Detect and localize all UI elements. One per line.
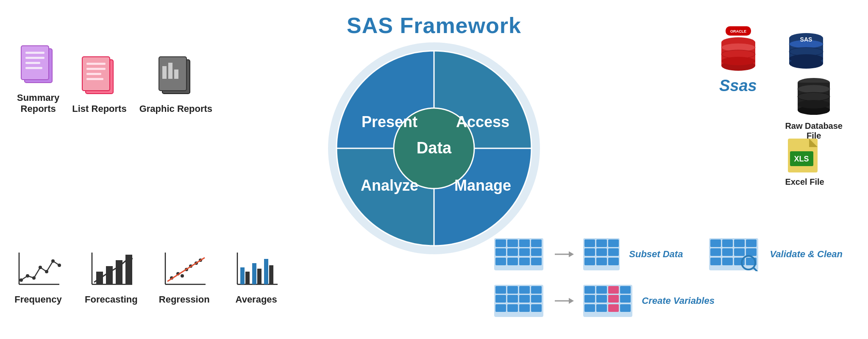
svg-rect-121 [584, 248, 595, 256]
svg-rect-54 [125, 255, 132, 284]
svg-rect-29 [86, 78, 103, 80]
svg-rect-118 [584, 239, 595, 247]
datasource-row-2: Ssas Raw DatabaseFile [717, 72, 843, 141]
subset-dest-grid-icon [582, 237, 620, 271]
subset-data-row: Subset Data Validate & Clean [493, 237, 843, 271]
svg-rect-109 [519, 248, 530, 256]
svg-text:SAS: SAS [800, 36, 812, 43]
sas-logo-datasource: Ssas [717, 72, 760, 97]
svg-rect-18 [25, 57, 45, 59]
svg-rect-120 [608, 239, 619, 247]
graphic-reports-item: Graphic Reports [139, 53, 212, 114]
svg-marker-156 [569, 298, 574, 304]
validate-grid-icon [708, 237, 759, 271]
left-reports-section: SummaryReports List Reports [17, 42, 212, 114]
svg-rect-20 [25, 67, 42, 69]
svg-point-61 [181, 274, 184, 278]
graphic-report-icon [155, 53, 197, 100]
frequency-icon [13, 248, 64, 291]
sas-icon: SAS [785, 25, 827, 72]
create-variables-label: Create Variables [642, 295, 715, 306]
svg-rect-166 [584, 304, 595, 312]
svg-text:Analyze: Analyze [361, 177, 418, 194]
svg-rect-154 [531, 304, 542, 312]
datasource-row-3: XLS Excel File [717, 136, 843, 187]
sas-logo-icon: Ssas [717, 72, 760, 97]
svg-text:Ssas: Ssas [719, 77, 757, 94]
svg-rect-129 [722, 239, 733, 247]
validate-clean-label: Validate & Clean [770, 249, 843, 260]
svg-rect-104 [507, 239, 518, 247]
svg-line-66 [167, 258, 205, 281]
svg-rect-134 [734, 248, 745, 256]
svg-rect-167 [596, 304, 607, 312]
averages-item: Averages [231, 248, 282, 305]
svg-point-95 [798, 85, 830, 93]
svg-rect-150 [531, 295, 542, 303]
frequency-label: Frequency [14, 294, 61, 305]
svg-point-96 [798, 92, 830, 101]
svg-rect-73 [257, 269, 262, 284]
svg-rect-108 [507, 248, 518, 256]
svg-rect-105 [519, 239, 530, 247]
oracle-icon: ORACLE [717, 25, 760, 72]
datasource-row-1: ORACLE SA [717, 25, 843, 72]
svg-rect-128 [710, 239, 721, 247]
left-analytics-section: Frequency Forecasting [13, 248, 282, 305]
regression-label: Regression [159, 294, 210, 305]
subset-arrow-icon [553, 248, 574, 261]
create-variables-row: Create Variables [493, 284, 843, 318]
svg-rect-74 [264, 259, 268, 284]
svg-rect-75 [269, 265, 273, 284]
svg-point-97 [798, 100, 830, 108]
rawdb-icon [793, 72, 835, 119]
svg-rect-106 [531, 239, 542, 247]
svg-text:XLS: XLS [794, 155, 809, 163]
svg-rect-153 [519, 304, 530, 312]
averages-label: Averages [236, 294, 277, 305]
svg-rect-122 [596, 248, 607, 256]
sas-datasource: SAS [785, 25, 827, 72]
excel-label: Excel File [785, 177, 824, 187]
svg-rect-130 [734, 239, 745, 247]
list-reports-item: List Reports [72, 53, 126, 114]
sas-framework-wheel: Present Access Analyze Manage Data [324, 38, 544, 258]
svg-rect-165 [620, 295, 631, 303]
svg-rect-158 [584, 286, 595, 294]
svg-rect-151 [495, 304, 506, 312]
create-source-grid-icon [493, 284, 544, 318]
svg-rect-36 [168, 63, 172, 79]
svg-rect-124 [584, 258, 595, 265]
svg-rect-123 [608, 248, 619, 256]
svg-rect-159 [596, 286, 607, 294]
svg-rect-125 [596, 258, 607, 265]
list-report-icon [78, 53, 120, 100]
svg-rect-161 [620, 286, 631, 294]
svg-point-45 [45, 270, 48, 273]
svg-rect-28 [86, 73, 101, 75]
create-dest-grid-icon [582, 284, 633, 318]
forecasting-icon [86, 248, 136, 291]
excel-datasource: XLS Excel File [785, 136, 824, 187]
svg-rect-148 [507, 295, 518, 303]
svg-point-43 [32, 276, 36, 280]
svg-rect-119 [596, 239, 607, 247]
svg-rect-149 [519, 295, 530, 303]
subset-data-label: Subset Data [629, 249, 683, 260]
svg-rect-160 [608, 286, 619, 294]
svg-rect-169 [620, 304, 631, 312]
svg-rect-163 [596, 295, 607, 303]
page-title: SAS Framework [347, 13, 521, 38]
graphic-reports-label: Graphic Reports [139, 103, 212, 114]
svg-rect-136 [710, 258, 721, 265]
svg-rect-131 [746, 239, 757, 247]
svg-rect-135 [746, 248, 757, 256]
svg-text:Manage: Manage [454, 177, 511, 194]
svg-rect-143 [495, 286, 506, 294]
excel-icon: XLS [786, 136, 824, 175]
summary-reports-label: SummaryReports [17, 92, 59, 114]
forecasting-item: Forecasting [85, 248, 138, 305]
right-datasources-section: ORACLE SA [717, 25, 843, 187]
svg-rect-114 [531, 258, 542, 265]
svg-rect-27 [86, 68, 106, 70]
